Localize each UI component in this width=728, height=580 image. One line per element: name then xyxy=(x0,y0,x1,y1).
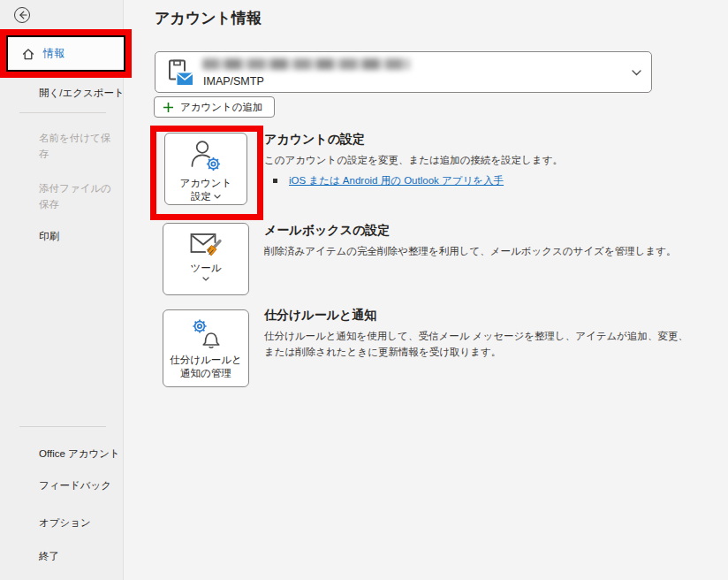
sidebar-item-exit[interactable]: 終了 xyxy=(39,548,118,564)
section-heading: アカウントの設定 xyxy=(264,131,694,147)
person-gear-icon xyxy=(188,138,224,175)
sidebar-item-feedback[interactable]: フィードバック xyxy=(39,477,118,493)
section-heading: メールボックスの設定 xyxy=(264,222,694,238)
chevron-down-icon xyxy=(632,70,641,76)
tile-label-line: 仕分けルールと xyxy=(170,354,242,367)
sidebar-item-open-export[interactable]: 開く/エクスポート xyxy=(39,85,118,101)
mailbox-settings-section: メールボックスの設定 削除済みアイテムの完全削除や整理を利用して、メールボックス… xyxy=(264,222,694,259)
sidebar-item-save-as: 名前を付けて保存 xyxy=(39,130,118,162)
page-title: アカウント情報 xyxy=(155,8,262,29)
envelope-broom-icon xyxy=(189,232,223,260)
sidebar: 開く/エクスポート 名前を付けて保存 添付ファイルの保存 印刷 Office ア… xyxy=(0,0,124,580)
back-arrow-icon xyxy=(18,11,27,19)
main-panel: アカウント情報 IMAP/SMTP アカウントの追加 xyxy=(124,0,728,580)
mailbox-account-icon xyxy=(168,58,194,88)
tile-label-line: 通知の管理 xyxy=(180,367,231,380)
section-body: 仕分けルールと通知を使用して、受信メール メッセージを整理し、アイテムが追加、変… xyxy=(264,328,694,360)
outlook-backstage-window: 開く/エクスポート 名前を付けて保存 添付ファイルの保存 印刷 Office ア… xyxy=(0,0,728,580)
back-button[interactable] xyxy=(14,7,30,23)
rules-alerts-button[interactable]: 仕分けルールと 通知の管理 xyxy=(163,309,249,387)
rules-alerts-section: 仕分けルールと通知 仕分けルールと通知を使用して、受信メール メッセージを整理し… xyxy=(264,307,694,360)
plus-icon xyxy=(163,102,174,113)
sidebar-item-save-attachments: 添付ファイルの保存 xyxy=(39,180,118,212)
mailbox-tools-button[interactable]: ツール xyxy=(163,223,249,295)
section-body: このアカウントの設定を変更、または追加の接続を設定します。 xyxy=(264,152,694,168)
account-email-redacted xyxy=(202,58,410,70)
section-body: 削除済みアイテムの完全削除や整理を利用して、メールボックスのサイズを管理します。 xyxy=(264,243,694,259)
account-selector-dropdown[interactable]: IMAP/SMTP xyxy=(155,51,652,93)
account-settings-button[interactable]: アカウント 設定 xyxy=(164,133,247,205)
sidebar-item-info-label: 情報 xyxy=(43,46,64,61)
sidebar-item-info[interactable]: 情報 xyxy=(6,35,125,72)
sidebar-item-options[interactable]: オプション xyxy=(39,515,118,530)
tile-label-line: 設定 xyxy=(191,190,211,203)
tile-label-line: アカウント xyxy=(180,177,232,190)
account-settings-section: アカウントの設定 このアカウントの設定を変更、または追加の接続を設定します。 i… xyxy=(264,131,694,187)
home-icon xyxy=(21,47,35,61)
add-account-button[interactable]: アカウントの追加 xyxy=(154,96,275,118)
get-outlook-app-link[interactable]: iOS または Android 用の Outlook アプリを入手 xyxy=(289,174,504,187)
chevron-down-icon xyxy=(214,195,221,199)
section-heading: 仕分けルールと通知 xyxy=(264,307,694,323)
chevron-down-icon xyxy=(202,277,209,281)
annotation-box-info: 情報 xyxy=(0,29,132,78)
bullet-icon xyxy=(273,179,277,183)
gear-bell-icon xyxy=(188,317,224,352)
add-account-label: アカウントの追加 xyxy=(180,101,263,114)
sidebar-divider xyxy=(19,426,106,427)
sidebar-divider xyxy=(19,112,106,113)
sidebar-item-office-account[interactable]: Office アカウント xyxy=(39,446,118,462)
sidebar-item-print[interactable]: 印刷 xyxy=(39,228,118,244)
account-protocol-label: IMAP/SMTP xyxy=(203,75,264,88)
tile-label-line: ツール xyxy=(190,262,221,275)
